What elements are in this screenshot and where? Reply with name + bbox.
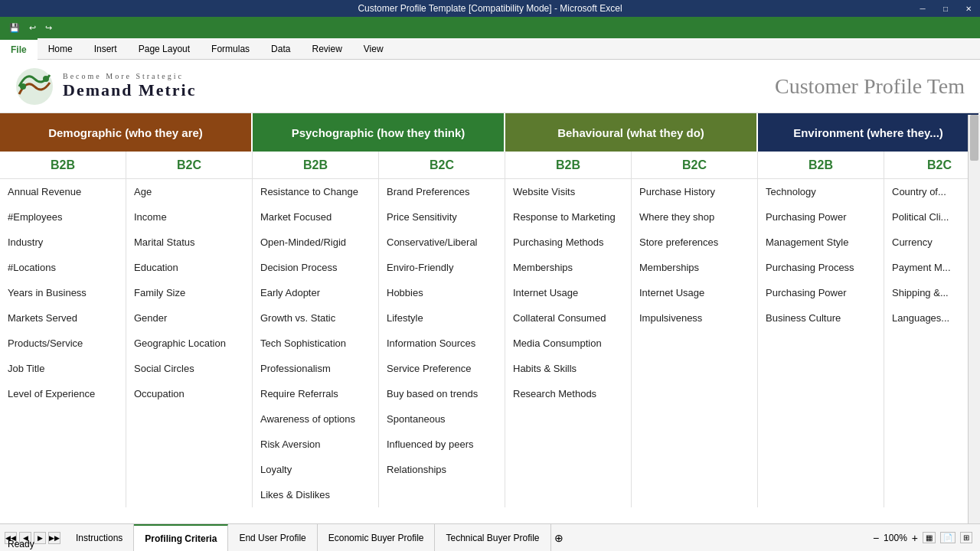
table-row: Occupation — [134, 381, 244, 406]
category-environment: Environment (where they...) — [758, 113, 980, 152]
data-col-5: Purchase HistoryWhere they shopStore pre… — [632, 179, 758, 507]
tab-review[interactable]: Review — [301, 38, 352, 60]
table-row: Level of Experience — [8, 381, 118, 406]
table-row: Professionalism — [260, 356, 371, 381]
table-row: Where they shop — [639, 204, 750, 230]
data-col-6: TechnologyPurchasing PowerManagement Sty… — [758, 179, 884, 507]
table-row: Internet Usage — [513, 280, 623, 305]
save-button[interactable]: 💾 — [6, 21, 23, 34]
tab-end-user-profile[interactable]: End User Profile — [228, 524, 317, 552]
table-row: Spontaneous — [387, 406, 497, 432]
table-row: Risk Aversion — [260, 432, 371, 457]
table-row: Annual Revenue — [8, 179, 118, 204]
table-row: Open-Minded/Rigid — [260, 230, 371, 255]
zoom-in-button[interactable]: + — [912, 532, 918, 544]
page-layout-btn[interactable]: 📄 — [940, 532, 956, 543]
zoom-out-button[interactable]: − — [873, 532, 879, 544]
status-ready: Ready — [8, 539, 34, 549]
table-row: Decision Process — [260, 255, 371, 280]
table-row: Research Methods — [513, 381, 623, 406]
logo: Become More Strategic Demand Metric — [15, 67, 196, 106]
data-area: Annual Revenue#EmployeesIndustry#Locatio… — [0, 179, 980, 507]
undo-button[interactable]: ↩ — [26, 21, 39, 34]
table-row: Internet Usage — [639, 280, 750, 305]
tab-home[interactable]: Home — [38, 38, 83, 60]
category-headers: Demographic (who they are) Psychographic… — [0, 113, 980, 152]
table-row: Social Circles — [134, 356, 244, 381]
subheader-col-5: B2C — [632, 152, 758, 178]
table-row: Store preferences — [639, 230, 750, 255]
redo-button[interactable]: ↪ — [42, 21, 55, 34]
tab-file[interactable]: File — [0, 38, 38, 60]
close-button[interactable]: ✕ — [957, 0, 980, 17]
tab-insert[interactable]: Insert — [83, 38, 128, 60]
table-row: Conservative/Liberal — [387, 230, 497, 255]
table-row: Price Sensitivity — [387, 204, 497, 230]
tab-view[interactable]: View — [353, 38, 394, 60]
subheader-row: B2B B2C B2B B2C B2B B2C B2B B2C — [0, 152, 980, 179]
svg-point-2 — [43, 76, 49, 82]
document-title: Customer Profile Tem — [775, 74, 965, 99]
table-row: Memberships — [513, 255, 623, 280]
table-row: Business Culture — [766, 305, 876, 331]
table-row: Purchase History — [639, 179, 750, 204]
zoom-level: 100% — [884, 533, 907, 543]
scrollbar-thumb[interactable] — [970, 115, 978, 161]
data-col-4: Website VisitsResponse to MarketingPurch… — [505, 179, 632, 507]
table-row: Website Visits — [513, 179, 623, 204]
tab-profiling-criteria[interactable]: Profiling Criteria — [134, 524, 228, 552]
table-row: Marital Status — [134, 230, 244, 255]
table-row: Family Size — [134, 280, 244, 305]
table-row: Purchasing Methods — [513, 230, 623, 255]
add-sheet-button[interactable]: ⊕ — [554, 532, 564, 544]
data-col-3: Brand PreferencesPrice SensitivityConser… — [379, 179, 505, 507]
tab-technical-buyer-profile[interactable]: Technical Buyer Profile — [435, 524, 550, 552]
table-row: Information Sources — [387, 331, 497, 356]
minimize-button[interactable]: ─ — [911, 0, 934, 17]
normal-view-btn[interactable]: ▦ — [923, 532, 936, 543]
sheet-nav-next[interactable]: ▶ — [34, 532, 46, 544]
window-title: Customer Profile Template [Compatibility… — [358, 3, 622, 14]
table-row: Growth vs. Static — [260, 305, 371, 331]
table-row: Lifestyle — [387, 305, 497, 331]
page-break-btn[interactable]: ⊞ — [960, 532, 972, 543]
quick-access-toolbar: 💾 ↩ ↪ — [0, 17, 980, 38]
tab-data[interactable]: Data — [260, 38, 301, 60]
table-row: Products/Service — [8, 331, 118, 356]
maximize-button[interactable]: □ — [934, 0, 957, 17]
ribbon: File Home Insert Page Layout Formulas Da… — [0, 38, 980, 60]
vertical-scrollbar[interactable] — [968, 115, 980, 523]
window-controls: ─ □ ✕ — [911, 0, 980, 17]
svg-point-1 — [20, 83, 26, 90]
table-row: Country of... — [892, 179, 980, 204]
bottom-bar: ◀◀ ◀ ▶ ▶▶ Instructions Profiling Criteri… — [0, 523, 980, 551]
table-row: Resistance to Change — [260, 179, 371, 204]
table-row: Awareness of options — [260, 406, 371, 432]
table-row: Require Referrals — [260, 381, 371, 406]
table-row: Years in Business — [8, 280, 118, 305]
table-row: Media Consumption — [513, 331, 623, 356]
subheader-col-0: B2B — [0, 152, 126, 178]
table-row: Education — [134, 255, 244, 280]
table-row: Service Preference — [387, 356, 497, 381]
table-row: Political Cli... — [892, 204, 980, 230]
table-row: Age — [134, 179, 244, 204]
table-row: Tech Sophistication — [260, 331, 371, 356]
table-row: Purchasing Process — [766, 255, 876, 280]
subheader-col-6: B2B — [758, 152, 884, 178]
tab-formulas[interactable]: Formulas — [201, 38, 260, 60]
subheader-col-3: B2C — [379, 152, 505, 178]
category-demographic: Demographic (who they are) — [0, 113, 253, 152]
table-row: Geographic Location — [134, 331, 244, 356]
sheet-nav-last[interactable]: ▶▶ — [48, 532, 60, 544]
tab-economic-buyer-profile[interactable]: Economic Buyer Profile — [318, 524, 436, 552]
subheader-col-4: B2B — [505, 152, 632, 178]
table-row: Collateral Consumed — [513, 305, 623, 331]
data-col-7: Country of...Political Cli...CurrencyPay… — [884, 179, 980, 507]
sheet-area: Demographic (who they are) Psychographic… — [0, 113, 980, 507]
tab-page-layout[interactable]: Page Layout — [128, 38, 201, 60]
table-row: Payment M... — [892, 255, 980, 280]
table-row: Industry — [8, 230, 118, 255]
tab-instructions[interactable]: Instructions — [65, 524, 134, 552]
table-row: Buy based on trends — [387, 381, 497, 406]
